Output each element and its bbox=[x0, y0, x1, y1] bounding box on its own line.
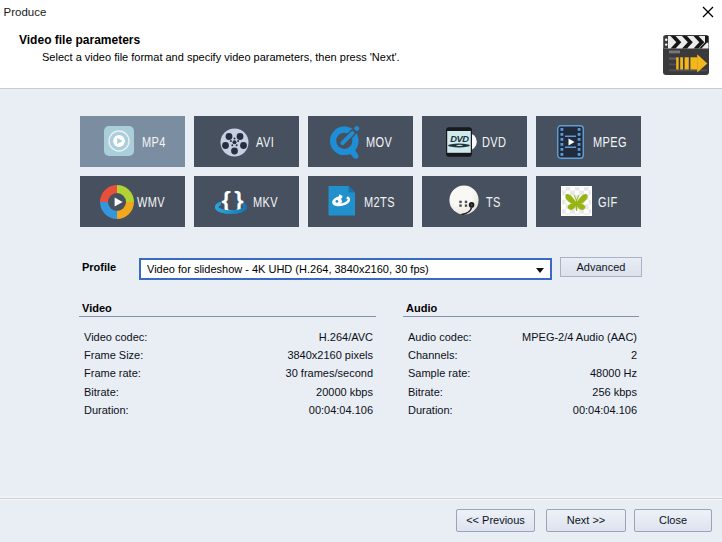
svg-text:{: { bbox=[222, 187, 231, 212]
svg-text:DVD: DVD bbox=[450, 134, 469, 144]
svg-text:}: } bbox=[234, 187, 243, 212]
